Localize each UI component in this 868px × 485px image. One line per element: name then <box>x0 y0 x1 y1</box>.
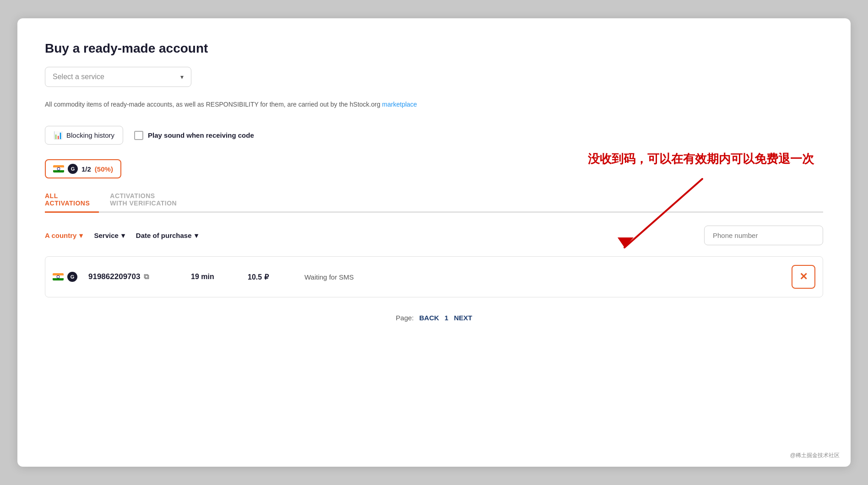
page-number[interactable]: 1 <box>445 314 448 322</box>
watermark: @稀土掘金技术社区 <box>790 452 840 459</box>
bar-chart-icon: 📊 <box>54 131 63 140</box>
row-flags: G <box>53 272 77 282</box>
tab-ver-line1: ACTIVATIONS <box>110 192 155 199</box>
pagination: Page: BACK 1 NEXT <box>45 314 823 322</box>
country-filter-chevron: ▾ <box>79 232 83 240</box>
chatgpt-icon: G <box>68 164 78 174</box>
table-row: G 919862209703 ⧉ 19 min 10.5 ₽ Waiting f… <box>45 256 823 297</box>
table-area: G 919862209703 ⧉ 19 min 10.5 ₽ Waiting f… <box>45 256 823 297</box>
annotation-arrow <box>588 170 725 270</box>
info-text: All commodity items of ready-made accoun… <box>45 100 823 109</box>
tab-all-line2: ACTIVATIONS <box>45 199 90 207</box>
sound-label: Play sound when receiving code <box>148 131 254 139</box>
india-flag-icon <box>53 165 64 172</box>
page-label: Page: <box>396 314 414 322</box>
date-filter-chevron: ▾ <box>195 232 198 240</box>
badge-percent: (50%) <box>95 165 113 173</box>
service-filter-label: Service <box>94 232 118 239</box>
blocking-history-button[interactable]: 📊 Blocking history <box>45 126 123 145</box>
tabs-nav: ALL ACTIVATIONS ACTIVATIONS WITH VERIFIC… <box>45 188 823 213</box>
annotation-text: 没收到码，可以在有效期内可以免费退一次 <box>588 151 814 167</box>
row-phone-number: 919862209703 ⧉ <box>88 272 180 281</box>
phone-number-input[interactable] <box>704 226 823 245</box>
next-button[interactable]: NEXT <box>454 314 472 322</box>
sound-checkbox[interactable] <box>134 131 143 140</box>
main-card: Buy a ready-made account Select a servic… <box>17 18 851 467</box>
tabs-area: ALL ACTIVATIONS ACTIVATIONS WITH VERIFIC… <box>45 188 823 213</box>
copy-icon[interactable]: ⧉ <box>144 273 149 281</box>
tab-all-activations[interactable]: ALL ACTIVATIONS <box>45 188 99 211</box>
country-filter-label: A country <box>45 232 76 239</box>
badge-ratio: 1/2 <box>81 165 91 173</box>
row-chatgpt-icon: G <box>67 272 77 282</box>
service-select-placeholder: Select a service <box>53 73 104 81</box>
marketplace-link[interactable]: marketplace <box>382 101 417 108</box>
sound-checkbox-label[interactable]: Play sound when receiving code <box>134 131 254 140</box>
chevron-down-icon: ▾ <box>180 73 184 81</box>
service-filter-button[interactable]: Service ▾ <box>94 232 125 240</box>
row-status: Waiting for SMS <box>304 273 781 281</box>
row-time: 19 min <box>191 273 237 281</box>
filters-row: A country ▾ Service ▾ Date of purchase ▾ <box>45 226 823 245</box>
delete-button[interactable]: ✕ <box>792 265 815 289</box>
activation-badge: G 1/2 (50%) <box>45 159 121 178</box>
tab-activations-verification[interactable]: ACTIVATIONS WITH VERIFICATION <box>110 188 186 211</box>
back-button[interactable]: BACK <box>419 314 439 322</box>
service-filter-chevron: ▾ <box>121 232 125 240</box>
tab-all-line1: ALL <box>45 192 58 199</box>
toolbar: 📊 Blocking history Play sound when recei… <box>45 126 823 145</box>
tab-ver-line2: WITH VERIFICATION <box>110 199 177 207</box>
country-filter-button[interactable]: A country ▾ <box>45 232 83 240</box>
row-india-flag-icon <box>53 273 64 280</box>
blocking-history-label: Blocking history <box>66 131 114 139</box>
page-title: Buy a ready-made account <box>45 41 823 56</box>
row-price: 10.5 ₽ <box>248 273 293 281</box>
date-filter-label: Date of purchase <box>136 232 192 239</box>
service-select-dropdown[interactable]: Select a service ▾ <box>45 67 191 87</box>
date-filter-button[interactable]: Date of purchase ▾ <box>136 232 198 240</box>
